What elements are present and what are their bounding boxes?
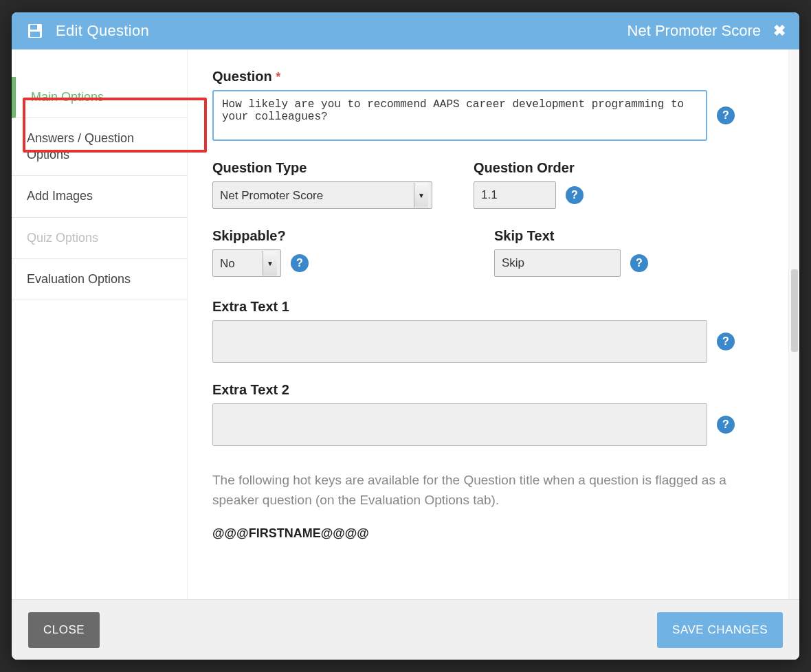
save-disk-icon [25, 21, 45, 41]
sidebar-item-main-options[interactable]: Main Options [12, 77, 187, 118]
required-star-icon: * [276, 70, 280, 84]
sidebar-item-quiz-options: Quiz Options [12, 218, 187, 259]
svg-rect-2 [30, 32, 40, 37]
skip-text-input[interactable] [494, 249, 621, 277]
sidebar-item-add-images[interactable]: Add Images [12, 176, 187, 217]
scrollbar[interactable] [788, 49, 799, 599]
question-type-label: Question Type [212, 160, 432, 176]
svg-rect-1 [30, 25, 37, 30]
question-order-input[interactable] [474, 181, 556, 209]
help-icon[interactable]: ? [630, 254, 648, 272]
sidebar: Main Options Answers / Question Options … [12, 49, 188, 599]
help-icon[interactable]: ? [717, 107, 735, 124]
help-icon[interactable]: ? [717, 416, 735, 434]
edit-question-modal: Edit Question Net Promoter Score ✖ Main … [12, 12, 799, 660]
modal-body: Main Options Answers / Question Options … [12, 49, 799, 599]
skip-text-label: Skip Text [494, 228, 648, 244]
question-order-label: Question Order [474, 160, 584, 176]
close-button[interactable]: CLOSE [28, 612, 100, 648]
extra-text-2-label: Extra Text 2 [212, 382, 761, 398]
modal-title: Edit Question [56, 22, 149, 40]
skippable-label: Skippable? [212, 228, 309, 244]
extra-text-1-label: Extra Text 1 [212, 299, 761, 315]
help-icon[interactable]: ? [717, 333, 735, 350]
extra-text-1-input[interactable] [212, 320, 707, 363]
sidebar-item-answers-options[interactable]: Answers / Question Options [12, 118, 187, 176]
question-input[interactable]: How likely are you to recommend AAPS car… [212, 90, 707, 141]
question-label: Question * [212, 69, 761, 85]
scrollbar-thumb[interactable] [791, 269, 798, 352]
skippable-select[interactable]: No [212, 249, 281, 277]
extra-text-2-input[interactable] [212, 403, 707, 446]
save-changes-button[interactable]: SAVE CHANGES [657, 612, 783, 648]
form-area: Question * How likely are you to recomme… [188, 49, 799, 599]
hotkey-hint: The following hot keys are available for… [212, 471, 735, 510]
sidebar-item-evaluation-options[interactable]: Evaluation Options [12, 259, 187, 300]
hotkey-token: @@@FIRSTNAME@@@@ [212, 526, 761, 541]
modal-header: Edit Question Net Promoter Score ✖ [12, 12, 799, 49]
modal-footer: CLOSE SAVE CHANGES [12, 599, 799, 660]
help-icon[interactable]: ? [291, 254, 309, 272]
close-icon[interactable]: ✖ [773, 22, 786, 40]
question-type-select[interactable]: Net Promoter Score [212, 181, 432, 209]
modal-type-label: Net Promoter Score [627, 22, 761, 40]
help-icon[interactable]: ? [566, 186, 584, 204]
